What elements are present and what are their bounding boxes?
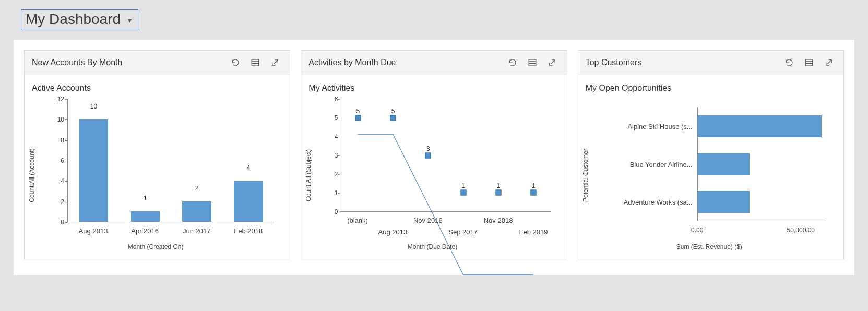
data-label: 5: [391, 107, 395, 115]
chevron-down-icon: ▾: [128, 16, 132, 25]
bar[interactable]: [234, 181, 263, 222]
bar[interactable]: [698, 115, 822, 137]
y-tick: 6: [329, 95, 338, 103]
y-tick: 4: [329, 133, 338, 140]
card-header: New Accounts By Month: [25, 51, 290, 75]
x-axis-label: Sum (Est. Revenue) ($): [588, 243, 831, 250]
y-tick: 10: [53, 116, 64, 123]
y-tick: 2: [329, 171, 338, 178]
y-axis-label: Count:All (Account): [28, 148, 35, 202]
card-subtitle: My Activities: [308, 83, 559, 93]
data-point[interactable]: [495, 190, 501, 196]
expand-button[interactable]: [822, 55, 836, 70]
expand-icon: [548, 58, 557, 67]
refresh-button[interactable]: [228, 55, 243, 70]
records-icon: [804, 58, 814, 67]
data-label: 1: [461, 183, 465, 190]
view-records-button[interactable]: [802, 55, 816, 70]
expand-button[interactable]: [268, 55, 282, 70]
card-header: Activities by Month Due: [301, 51, 566, 75]
bar-chart-new-accounts: Count:All (Account) 10124 Month (Created…: [34, 97, 277, 254]
y-tick: 2: [53, 198, 64, 206]
x-axis-label: Month (Created On): [34, 243, 277, 250]
x-tick: Nov 2018: [484, 217, 513, 224]
data-label: 1: [144, 195, 147, 202]
y-tick: 6: [53, 157, 64, 164]
svg-rect-0: [252, 59, 259, 66]
y-tick: 0: [329, 208, 338, 216]
card-subtitle: My Open Opportunities: [586, 83, 836, 93]
data-point[interactable]: [355, 115, 361, 121]
card-top-customers: Top Customers My Open Opportunities Pote…: [578, 50, 844, 259]
data-label: 5: [356, 107, 360, 115]
y-tick: 0: [53, 219, 64, 226]
y-tick: Adventure Works (sa...: [624, 198, 693, 206]
data-point[interactable]: [425, 152, 431, 158]
view-records-button[interactable]: [525, 55, 540, 70]
x-tick: 0.00: [691, 226, 703, 234]
line-chart-activities: Count:All (Subject) 553111 Month (Due Da…: [311, 97, 554, 254]
card-title: New Accounts By Month: [32, 58, 223, 67]
bar-chart-top-customers: Potential Customer Alpine Ski House (s..…: [588, 97, 831, 254]
expand-icon: [270, 58, 280, 67]
y-axis-label: Potential Customer: [582, 149, 589, 202]
x-tick: Sep 2017: [448, 228, 478, 236]
bar[interactable]: [79, 119, 108, 222]
x-tick: Apr 2016: [131, 227, 159, 235]
dashboard-body: New Accounts By Month Active Accounts Co…: [14, 40, 854, 275]
card-subtitle: Active Accounts: [32, 83, 282, 93]
data-label: 2: [195, 185, 199, 192]
data-label: 4: [247, 164, 251, 172]
bar[interactable]: [131, 211, 160, 222]
card-header: Top Customers: [578, 51, 843, 75]
refresh-icon: [784, 58, 794, 67]
data-point[interactable]: [531, 190, 537, 196]
y-tick: 4: [53, 177, 64, 185]
y-tick: Alpine Ski House (s...: [627, 123, 692, 130]
refresh-icon: [508, 58, 517, 67]
data-label: 1: [496, 183, 500, 190]
bar[interactable]: [182, 201, 211, 222]
view-records-button[interactable]: [248, 55, 263, 70]
refresh-button[interactable]: [782, 55, 796, 70]
y-tick: 1: [329, 189, 338, 197]
svg-rect-3: [529, 59, 536, 66]
y-axis-label: Count:All (Subject): [305, 149, 312, 201]
bar[interactable]: [698, 153, 750, 175]
y-tick: 5: [329, 114, 338, 122]
x-axis-label: Month (Due Date): [311, 243, 554, 250]
x-tick: (blank): [347, 217, 368, 224]
card-activities: Activities by Month Due My Activities Co…: [301, 50, 567, 259]
line-series: [340, 99, 551, 289]
data-label: 10: [90, 103, 97, 110]
data-point[interactable]: [390, 115, 396, 121]
x-tick: 50,000.00: [787, 226, 815, 234]
data-label: 3: [426, 145, 430, 152]
refresh-button[interactable]: [505, 55, 520, 70]
y-tick: 8: [53, 137, 64, 144]
expand-icon: [824, 58, 834, 67]
refresh-icon: [231, 58, 240, 67]
svg-rect-6: [805, 59, 813, 66]
records-icon: [251, 58, 260, 67]
data-point[interactable]: [460, 190, 466, 196]
bar[interactable]: [698, 191, 750, 213]
card-new-accounts: New Accounts By Month Active Accounts Co…: [24, 50, 290, 259]
y-tick: 12: [53, 95, 64, 103]
y-tick: 3: [329, 152, 338, 159]
records-icon: [528, 58, 537, 67]
card-title: Activities by Month Due: [308, 58, 500, 67]
card-title: Top Customers: [586, 58, 777, 67]
dashboard-selector[interactable]: My Dashboard ▾: [21, 9, 138, 30]
x-tick: Feb 2018: [234, 227, 263, 235]
x-tick: Jun 2017: [183, 227, 211, 235]
data-label: 1: [532, 183, 536, 190]
expand-button[interactable]: [545, 55, 560, 70]
x-tick: Feb 2019: [519, 228, 548, 236]
dashboard-title-label: My Dashboard: [26, 11, 121, 27]
x-tick: Nov 2016: [413, 217, 443, 224]
x-tick: Aug 2013: [378, 228, 408, 236]
y-tick: Blue Yonder Airline...: [630, 160, 693, 168]
x-tick: Aug 2013: [79, 227, 108, 235]
